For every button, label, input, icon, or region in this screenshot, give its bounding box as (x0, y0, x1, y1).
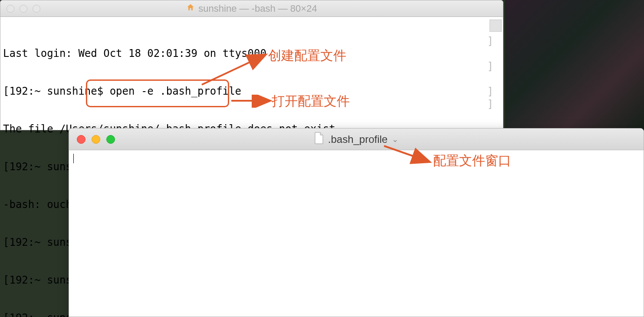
close-button[interactable] (7, 5, 14, 13)
terminal-titlebar[interactable]: sunshine — -bash — 80×24 (0, 0, 503, 17)
line-end-bracket: ] (487, 86, 493, 98)
maximize-button[interactable] (33, 5, 40, 13)
desktop-background (505, 0, 644, 130)
document-icon (314, 132, 324, 147)
line-end-bracket: ] (487, 60, 493, 73)
home-icon (186, 3, 195, 14)
editor-title: .bash_profile ⌄ (69, 132, 644, 147)
editor-window[interactable]: .bash_profile ⌄ (69, 128, 644, 317)
line-end-bracket: ] (487, 35, 493, 47)
traffic-lights (0, 5, 40, 13)
editor-close-button[interactable] (77, 135, 85, 144)
terminal-title: sunshine — -bash — 80×24 (0, 3, 503, 14)
chevron-down-icon[interactable]: ⌄ (392, 135, 398, 144)
terminal-title-text: sunshine — -bash — 80×24 (198, 3, 317, 14)
terminal-line: Last login: Wed Oct 18 02:01:39 on ttys0… (3, 47, 500, 60)
editor-title-text: .bash_profile (328, 133, 388, 145)
minimize-button[interactable] (20, 5, 27, 13)
editor-body[interactable] (69, 150, 644, 167)
editor-maximize-button[interactable] (106, 135, 115, 144)
editor-minimize-button[interactable] (92, 135, 100, 144)
terminal-line: [192:~ sunshine$ open -e .bash_profile (3, 85, 500, 98)
editor-titlebar[interactable]: .bash_profile ⌄ (69, 129, 644, 150)
line-end-bracket: ] (487, 98, 493, 110)
scrollbar-thumb[interactable] (490, 20, 502, 32)
editor-traffic-lights (69, 135, 115, 144)
text-cursor (73, 154, 74, 163)
terminal-window[interactable]: sunshine — -bash — 80×24 Last login: Wed… (0, 0, 503, 130)
